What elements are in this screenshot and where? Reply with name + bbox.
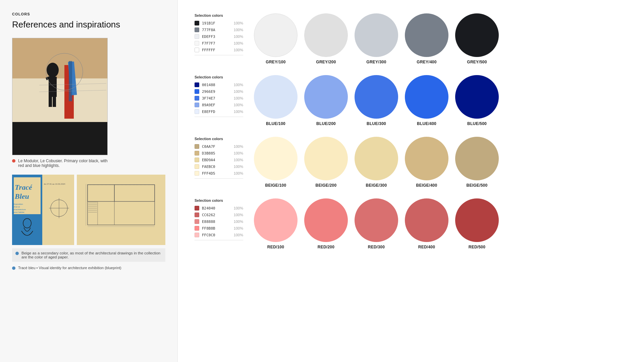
circle-col-red-0: RED/100 (254, 198, 298, 249)
color-circle-BEIGE/500 (455, 137, 499, 180)
circle-label-BLUE/200: BLUE/200 (316, 121, 336, 126)
svg-text:du 27.01 au 10.03.2024: du 27.01 au 10.03.2024 (44, 183, 65, 185)
circle-col-red-4: RED/500 (455, 198, 499, 249)
swatch-777F8A (195, 27, 199, 32)
circle-col-red-2: RED/300 (355, 198, 398, 249)
circle-col-beige-0: BEIGE/100 (254, 137, 298, 188)
circle-col-red-1: RED/200 (304, 198, 348, 249)
right-panel: Selection colors191B1F100%777F8A100%EDEF… (178, 0, 644, 362)
color-pct: 100% (234, 48, 243, 52)
section-label: COLORS (12, 12, 165, 16)
color-pct: 100% (234, 144, 243, 148)
color-hex: FFFFFF (202, 48, 231, 52)
color-list-item-grey-3: F7F7F7100% (195, 41, 243, 46)
color-list-item-grey-2: EDEFF3100% (195, 34, 243, 39)
color-pct: 100% (234, 233, 243, 237)
circle-label-BEIGE/100: BEIGE/100 (265, 183, 286, 188)
circle-label-BLUE/400: BLUE/400 (417, 121, 436, 126)
art-caption-dot (12, 159, 15, 163)
color-list-item-beige-2: EBD9A4100% (195, 158, 243, 162)
trace-dot (12, 266, 15, 270)
color-circle-BEIGE/400 (405, 137, 448, 180)
circle-col-grey-2: GREY/300 (355, 13, 398, 64)
svg-text:Tracé: Tracé (15, 183, 33, 191)
color-pct: 100% (234, 110, 243, 114)
color-section-grey: Selection colors191B1F100%777F8A100%EDEF… (195, 13, 627, 64)
circle-label-RED/100: RED/100 (267, 245, 284, 249)
circle-col-grey-3: GREY/400 (405, 13, 448, 64)
color-hex: FFF4D5 (202, 171, 231, 176)
circle-col-grey-0: GREY/100 (254, 13, 298, 64)
color-list-item-blue-1: 2966E9100% (195, 89, 243, 94)
color-list-label-beige: Selection colors (195, 137, 243, 141)
color-pct: 100% (234, 83, 243, 87)
color-circle-BLUE/500 (455, 75, 499, 119)
color-list-item-beige-0: C0AA7F100% (195, 144, 243, 149)
color-hex: E8EFFD (202, 110, 231, 114)
circle-label-BEIGE/400: BEIGE/400 (416, 183, 437, 188)
color-circle-BLUE/200 (304, 75, 348, 119)
trace-label: Tracé bleu • Visual identity for archite… (12, 266, 146, 270)
color-pct: 100% (234, 165, 243, 169)
color-circle-RED/500 (455, 198, 499, 242)
circle-col-blue-3: BLUE/400 (405, 75, 448, 126)
circle-col-beige-1: BEIGE/200 (304, 137, 348, 188)
swatch-E88888 (195, 219, 199, 224)
color-pct: 100% (234, 158, 243, 162)
color-list-item-blue-0: 001488100% (195, 82, 243, 87)
color-hex: 3F74E7 (202, 96, 231, 101)
circle-col-blue-1: BLUE/200 (304, 75, 348, 126)
color-hex: 777F8A (202, 28, 231, 32)
svg-rect-5 (69, 61, 72, 101)
circle-label-GREY/400: GREY/400 (417, 60, 436, 64)
circle-label-GREY/200: GREY/200 (316, 60, 336, 64)
color-hex: 2966E9 (202, 89, 231, 94)
svg-rect-29 (77, 175, 165, 245)
color-circle-BEIGE/300 (355, 137, 398, 180)
color-pct: 100% (234, 89, 243, 94)
color-circle-GREY/400 (405, 13, 448, 57)
color-circle-GREY/100 (254, 13, 298, 57)
color-circle-RED/100 (254, 198, 298, 242)
swatch-001488 (195, 82, 199, 87)
color-list-item-beige-4: FFF4D5100% (195, 171, 243, 176)
color-list-item-red-4: FFC0C0100% (195, 233, 243, 237)
circles-grid-red: RED/100RED/200RED/300RED/400RED/500 (254, 198, 627, 249)
color-hex: 001488 (202, 83, 231, 87)
color-list-label-red: Selection colors (195, 198, 243, 202)
color-list-item-beige-3: FAEBC0100% (195, 164, 243, 169)
circle-col-grey-4: GREY/500 (455, 13, 499, 64)
swatch-D3B885 (195, 151, 199, 156)
color-section-red: Selection colorsB24040100%CC6262100%E888… (195, 198, 627, 249)
color-list-label-blue: Selection colors (195, 75, 243, 79)
circles-grid-grey: GREY/100GREY/200GREY/300GREY/400GREY/500 (254, 13, 627, 64)
color-hex: E88888 (202, 220, 231, 224)
left-panel: COLORS References and inspirations (0, 0, 178, 362)
color-circle-BLUE/300 (355, 75, 398, 119)
color-section-blue: Selection colors001488100%2966E9100%3F74… (195, 75, 627, 126)
color-list-item-grey-0: 191B1F100% (195, 21, 243, 25)
color-hex: EDEFF3 (202, 35, 231, 39)
swatch-F7F7F7 (195, 41, 199, 46)
svg-rect-11 (53, 95, 56, 107)
color-pct: 100% (234, 96, 243, 100)
swatch-E8EFFD (195, 109, 199, 114)
color-list-label-grey: Selection colors (195, 13, 243, 17)
color-hex: FFC0C0 (202, 233, 231, 237)
circle-col-beige-4: BEIGE/500 (455, 137, 499, 188)
color-circle-RED/200 (304, 198, 348, 242)
circle-label-GREY/100: GREY/100 (266, 60, 285, 64)
circle-label-BLUE/100: BLUE/100 (266, 121, 285, 126)
color-list-item-red-0: B24040100% (195, 206, 243, 210)
circle-col-beige-3: BEIGE/400 (405, 137, 448, 188)
art-image (12, 38, 108, 155)
color-pct: 100% (234, 41, 243, 45)
circle-label-RED/200: RED/200 (318, 245, 334, 249)
color-circle-BLUE/400 (405, 75, 448, 119)
color-pct: 100% (234, 21, 243, 25)
color-list-item-beige-1: D3B885100% (195, 151, 243, 156)
svg-text:d'art et: d'art et (14, 206, 20, 208)
exhibition-row: Tracé Bleu Exposition d'art et d'archite… (12, 175, 165, 245)
color-list-item-blue-4: E8EFFD100% (195, 109, 243, 114)
color-hex: FF8B8B (202, 226, 231, 231)
